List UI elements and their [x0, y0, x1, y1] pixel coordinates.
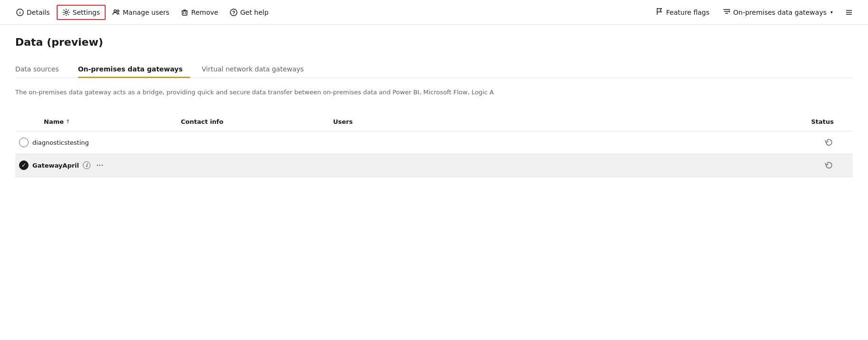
- sort-arrow-name: ↑: [66, 119, 70, 125]
- info-circle-icon: [16, 9, 24, 16]
- row-1-checkbox[interactable]: [19, 138, 29, 147]
- svg-point-5: [117, 10, 119, 12]
- toolbar: Details Settings Manage us: [0, 0, 868, 25]
- column-header-status: Status: [424, 116, 853, 127]
- manage-users-label: Manage users: [123, 9, 169, 16]
- gear-svg: [62, 9, 70, 16]
- row-2-info-icon[interactable]: i: [83, 161, 90, 169]
- manage-users-button[interactable]: Manage users: [108, 6, 174, 19]
- table-row[interactable]: GatewayApril i ···: [15, 154, 853, 177]
- on-premises-dropdown-button[interactable]: On-premises data gateways ▾: [718, 5, 838, 20]
- remove-button[interactable]: Remove: [176, 6, 223, 19]
- svg-point-2: [20, 10, 20, 11]
- row-2-checkbox[interactable]: [19, 160, 29, 170]
- row-1-name: diagnosticstesting: [32, 139, 89, 146]
- filter-icon: [723, 8, 730, 17]
- main-content: Data (preview) Data sources On-premises …: [0, 25, 868, 189]
- tab-on-premises[interactable]: On-premises data gateways: [78, 61, 190, 78]
- row-1-contact: [177, 139, 329, 146]
- refresh-status-icon: [824, 138, 834, 147]
- tabs-container: Data sources On-premises data gateways V…: [15, 61, 853, 78]
- settings-button[interactable]: Settings: [57, 5, 106, 20]
- description-text: The on-premises data gateway acts as a b…: [15, 88, 853, 97]
- trash-icon: [181, 9, 188, 16]
- column-header-users: Users: [329, 116, 424, 127]
- row-2-status: [424, 157, 853, 174]
- refresh-status-icon-2: [824, 160, 834, 170]
- trash-svg: [181, 9, 188, 16]
- more-options-button[interactable]: [841, 6, 857, 19]
- settings-label: Settings: [73, 9, 100, 16]
- row-1-name-cell: diagnosticstesting: [15, 134, 177, 151]
- row-2-name: GatewayApril: [32, 162, 79, 169]
- details-label: Details: [27, 9, 50, 16]
- table-header: Name ↑ Contact info Users Status: [15, 112, 853, 131]
- toolbar-left: Details Settings Manage us: [11, 5, 651, 20]
- row-1-status: [424, 134, 853, 151]
- tab-data-sources[interactable]: Data sources: [15, 61, 67, 78]
- gear-icon: [62, 9, 70, 16]
- row-2-contact: [177, 161, 329, 169]
- svg-point-11: [233, 14, 234, 14]
- three-lines-icon: [845, 9, 853, 16]
- svg-point-10: [230, 9, 237, 16]
- flag-svg: [656, 8, 663, 15]
- remove-label: Remove: [191, 9, 218, 16]
- on-premises-dropdown-label: On-premises data gateways: [733, 9, 827, 16]
- column-header-contact: Contact info: [177, 116, 329, 127]
- svg-point-4: [114, 10, 116, 12]
- flag-icon: [656, 8, 663, 17]
- feature-flags-label: Feature flags: [666, 9, 710, 16]
- gateway-table: Name ↑ Contact info Users Status diagnos…: [15, 112, 853, 177]
- toolbar-right: Feature flags On-premises data gateways …: [651, 5, 857, 20]
- tab-virtual-network[interactable]: Virtual network data gateways: [202, 61, 312, 78]
- question-circle-icon: [230, 9, 237, 16]
- chevron-down-icon: ▾: [830, 10, 833, 15]
- row-2-name-group: GatewayApril i ···: [32, 160, 105, 171]
- svg-point-3: [65, 11, 67, 13]
- feature-flags-button[interactable]: Feature flags: [651, 5, 714, 20]
- row-2-more-button[interactable]: ···: [94, 160, 105, 171]
- get-help-label: Get help: [240, 9, 269, 16]
- get-help-button[interactable]: Get help: [225, 6, 274, 19]
- question-svg: [230, 9, 237, 16]
- filter-svg: [723, 8, 730, 15]
- people-icon: [112, 9, 120, 16]
- row-2-users: [329, 161, 424, 169]
- row-2-name-cell: GatewayApril i ···: [15, 156, 177, 175]
- people-svg: [112, 9, 120, 16]
- column-header-name[interactable]: Name ↑: [15, 116, 177, 127]
- svg-rect-6: [182, 11, 187, 15]
- details-button[interactable]: Details: [11, 6, 55, 19]
- row-1-users: [329, 139, 424, 146]
- table-row[interactable]: diagnosticstesting: [15, 131, 853, 154]
- page-title: Data (preview): [15, 36, 853, 48]
- info-svg: [16, 9, 24, 16]
